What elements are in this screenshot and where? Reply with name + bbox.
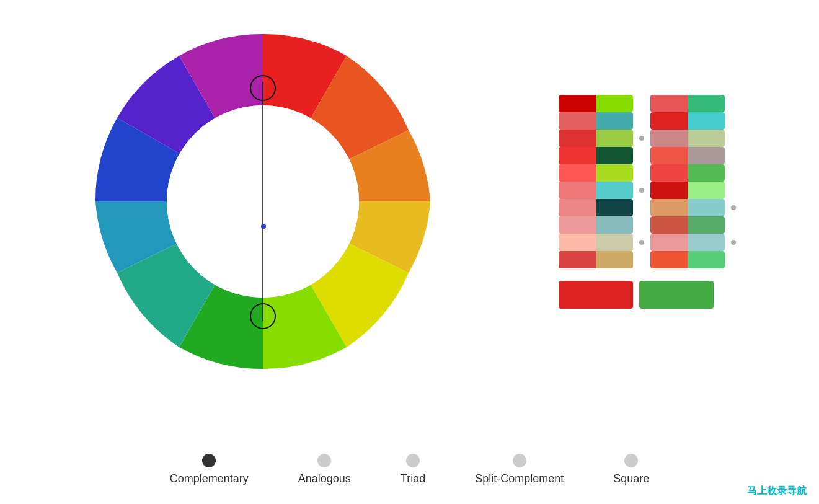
swatch-half	[688, 216, 725, 234]
mode-label: Square	[613, 472, 649, 485]
right-swatch-pair[interactable]	[650, 95, 725, 112]
swatch-half	[559, 234, 596, 251]
swatch-half	[650, 147, 688, 164]
swatch-half	[688, 251, 725, 268]
left-swatch-pair[interactable]	[559, 216, 633, 234]
right-swatch-pair[interactable]	[650, 251, 725, 268]
swatch-half	[596, 182, 633, 199]
right-swatch-pair[interactable]	[650, 199, 725, 216]
mode-dot	[202, 454, 216, 467]
swatch-half	[596, 95, 633, 112]
swatch-half	[559, 130, 596, 147]
swatch-half	[596, 234, 633, 251]
left-swatch-pair[interactable]	[559, 130, 633, 147]
swatch-half	[688, 164, 725, 182]
swatch-row	[559, 251, 736, 268]
swatch-half	[688, 112, 725, 130]
swatch-half	[688, 95, 725, 112]
left-swatch-pair[interactable]	[559, 199, 633, 216]
swatch-dot	[731, 205, 736, 210]
mode-item-complementary[interactable]: Complementary	[170, 454, 249, 485]
mode-item-triad[interactable]: Triad	[401, 454, 425, 485]
swatch-dot	[639, 136, 644, 141]
wheel-container	[83, 22, 443, 381]
swatch-half	[688, 147, 725, 164]
right-swatch-pair[interactable]	[650, 112, 725, 130]
swatch-half	[650, 130, 688, 147]
swatch-half	[596, 216, 633, 234]
swatch-dot	[731, 240, 736, 245]
swatch-half	[650, 95, 688, 112]
swatch-row	[559, 112, 736, 130]
svg-point-6	[261, 224, 266, 229]
swatch-row	[559, 130, 736, 147]
swatch-half	[688, 130, 725, 147]
right-swatch-pair[interactable]	[650, 234, 725, 251]
mode-label: Split-Complement	[475, 472, 564, 485]
swatch-half	[650, 216, 688, 234]
swatch-row	[559, 164, 736, 182]
right-panel	[559, 95, 736, 309]
swatch-half	[596, 164, 633, 182]
left-swatch-pair[interactable]	[559, 112, 633, 130]
mode-dot	[513, 454, 526, 467]
swatch-half	[650, 112, 688, 130]
main-container	[0, 0, 819, 403]
swatch-dot	[639, 240, 644, 245]
swatch-half	[650, 251, 688, 268]
swatch-half	[596, 251, 633, 268]
bottom-bar: ComplementaryAnalogousTriadSplit-Complem…	[0, 454, 819, 485]
left-swatch-pair[interactable]	[559, 147, 633, 164]
large-swatches	[559, 281, 736, 309]
color-wheel-svg	[83, 22, 443, 381]
swatch-half	[559, 251, 596, 268]
swatch-row	[559, 199, 736, 216]
mode-item-square[interactable]: Square	[613, 454, 649, 485]
swatch-half	[559, 147, 596, 164]
right-swatch-pair[interactable]	[650, 164, 725, 182]
mode-dot	[624, 454, 638, 467]
left-swatch-pair[interactable]	[559, 182, 633, 199]
swatch-row	[559, 182, 736, 199]
left-swatch-pair[interactable]	[559, 164, 633, 182]
swatch-half	[650, 234, 688, 251]
large-swatch[interactable]	[559, 281, 633, 309]
mode-dot	[317, 454, 331, 467]
mode-label: Analogous	[298, 472, 351, 485]
swatch-half	[650, 199, 688, 216]
swatch-dot	[639, 188, 644, 193]
swatch-half	[559, 164, 596, 182]
large-swatch[interactable]	[639, 281, 714, 309]
right-swatch-pair[interactable]	[650, 130, 725, 147]
swatch-half	[559, 95, 596, 112]
left-swatch-pair[interactable]	[559, 234, 633, 251]
swatch-half	[559, 199, 596, 216]
swatch-half	[596, 147, 633, 164]
swatch-half	[596, 130, 633, 147]
right-swatch-pair[interactable]	[650, 216, 725, 234]
swatch-row	[559, 147, 736, 164]
swatch-half	[596, 199, 633, 216]
swatch-half	[559, 182, 596, 199]
swatch-half	[688, 199, 725, 216]
swatch-row	[559, 216, 736, 234]
swatch-row	[559, 95, 736, 112]
watermark: 马上收录导航	[747, 485, 807, 498]
swatch-row	[559, 234, 736, 251]
swatch-half	[688, 234, 725, 251]
swatch-half	[688, 182, 725, 199]
right-swatch-pair[interactable]	[650, 147, 725, 164]
mode-label: Triad	[401, 472, 425, 485]
swatch-half	[650, 164, 688, 182]
swatch-half	[559, 216, 596, 234]
mode-item-split-complement[interactable]: Split-Complement	[475, 454, 564, 485]
mode-dot	[406, 454, 420, 467]
right-swatch-pair[interactable]	[650, 182, 725, 199]
swatch-half	[650, 182, 688, 199]
left-swatch-pair[interactable]	[559, 251, 633, 268]
mode-item-analogous[interactable]: Analogous	[298, 454, 351, 485]
swatch-half	[596, 112, 633, 130]
swatch-half	[559, 112, 596, 130]
mode-label: Complementary	[170, 472, 249, 485]
left-swatch-pair[interactable]	[559, 95, 633, 112]
